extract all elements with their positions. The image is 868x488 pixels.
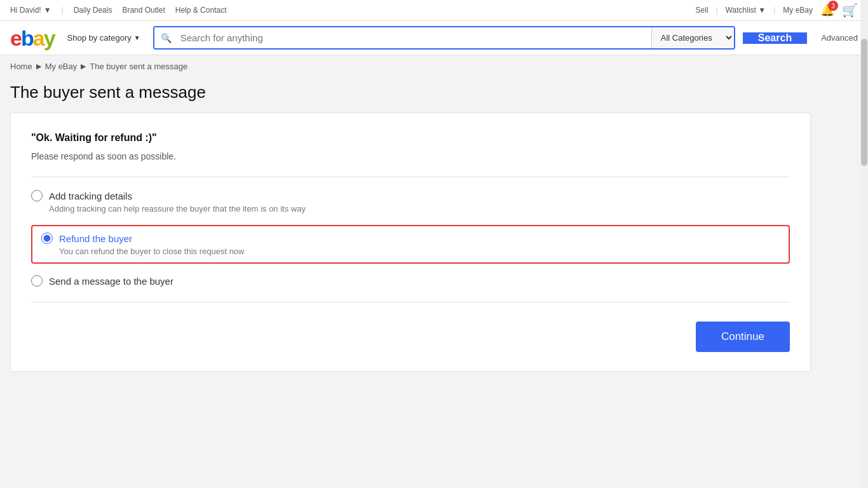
notification-badge: 3	[828, 1, 838, 11]
page-title: The buyer sent a message	[0, 78, 868, 112]
breadcrumb-home[interactable]: Home	[10, 62, 32, 71]
magnifier-icon: 🔍	[161, 33, 172, 43]
notification-bell[interactable]: 🔔 3	[820, 3, 834, 17]
breadcrumb-arrow-1: ▶	[36, 62, 41, 71]
option-refund-highlighted: Refund the buyer You can refund the buye…	[31, 225, 790, 264]
divider-top	[31, 177, 790, 177]
search-button[interactable]: Search	[743, 32, 807, 44]
category-select[interactable]: All Categories	[651, 27, 734, 48]
daily-deals-link[interactable]: Daily Deals	[74, 6, 112, 15]
footer-actions: Continue	[31, 322, 790, 352]
content-card: "Ok. Waiting for refund :)" Please respo…	[10, 112, 811, 372]
search-input[interactable]	[178, 27, 651, 48]
scrollbar-thumb[interactable]	[861, 39, 867, 166]
shop-by-category[interactable]: Shop by category ▼	[62, 33, 146, 43]
search-bar: 🔍 All Categories	[153, 26, 735, 50]
ebay-logo[interactable]: ebay	[10, 27, 55, 49]
top-bar: Hi David! ▼ | Daily Deals Brand Outlet H…	[0, 0, 868, 21]
radio-tracking[interactable]	[31, 190, 43, 201]
watchlist-link[interactable]: Watchlist ▼	[726, 6, 766, 15]
greeting[interactable]: Hi David! ▼	[10, 6, 51, 15]
option-message: Send a message to the buyer	[31, 275, 790, 289]
sell-link[interactable]: Sell	[696, 6, 709, 15]
radio-refund[interactable]	[41, 233, 53, 244]
option-refund-description: You can refund the buyer to close this r…	[59, 247, 780, 256]
continue-button[interactable]: Continue	[696, 322, 790, 352]
greeting-arrow: ▼	[44, 6, 51, 15]
option-message-label[interactable]: Send a message to the buyer	[49, 276, 173, 287]
respond-text: Please respond as soon as possible.	[31, 151, 790, 161]
breadcrumb-myebay[interactable]: My eBay	[45, 62, 78, 71]
option-tracking: Add tracking details Adding tracking can…	[31, 190, 790, 214]
shop-by-arrow: ▼	[134, 34, 140, 41]
option-tracking-description: Adding tracking can help reassure the bu…	[49, 204, 790, 214]
main-content: "Ok. Waiting for refund :)" Please respo…	[0, 112, 868, 391]
breadcrumb: Home ▶ My eBay ▶ The buyer sent a messag…	[0, 55, 868, 78]
cart-icon[interactable]: 🛒	[842, 3, 858, 18]
shop-by-label: Shop by category	[67, 33, 132, 43]
logo-e: e	[10, 26, 21, 50]
advanced-search-link[interactable]: Advanced	[815, 33, 858, 43]
divider-bottom	[31, 302, 790, 302]
option-refund-label[interactable]: Refund the buyer	[59, 233, 132, 244]
option-tracking-label[interactable]: Add tracking details	[49, 191, 132, 201]
brand-outlet-link[interactable]: Brand Outlet	[122, 6, 165, 15]
search-bar-icon: 🔍	[154, 27, 178, 48]
myebay-link[interactable]: My eBay	[783, 6, 813, 15]
logo-b: b	[21, 26, 33, 50]
help-contact-link[interactable]: Help & Contact	[175, 6, 227, 15]
breadcrumb-current: The buyer sent a message	[90, 62, 187, 71]
logo-a: a	[33, 26, 44, 50]
radio-message[interactable]	[31, 275, 43, 287]
buyer-message-text: "Ok. Waiting for refund :)"	[31, 132, 790, 144]
scrollbar-track[interactable]	[860, 0, 868, 391]
breadcrumb-arrow-2: ▶	[81, 62, 86, 71]
header: ebay Shop by category ▼ 🔍 All Categories…	[0, 21, 868, 55]
logo-y: y	[44, 26, 55, 50]
